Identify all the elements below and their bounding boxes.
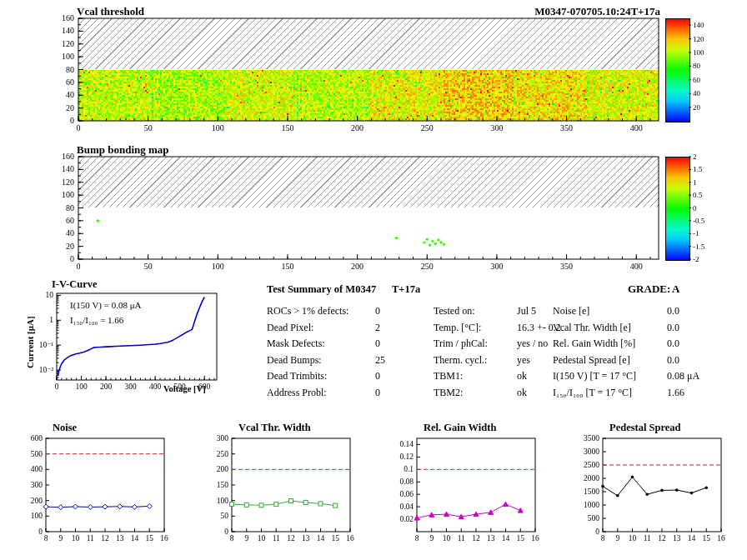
summary-row: TBM2:ok: [434, 387, 554, 403]
vcal-colorbar-labels: 20406080100120140: [689, 21, 704, 111]
svg-text:140: 140: [693, 21, 704, 29]
svg-text:16: 16: [346, 534, 354, 542]
summary-label: Mask Defects:: [267, 338, 325, 349]
iv-y-axis-title: Current [μA]: [25, 316, 35, 368]
svg-text:1500: 1500: [584, 488, 599, 496]
vcal-width-plot-title: Vcal Thr. Width: [238, 422, 311, 434]
svg-text:14: 14: [131, 534, 139, 542]
svg-text:1: 1: [693, 178, 697, 187]
svg-text:50: 50: [144, 123, 153, 132]
svg-text:20: 20: [693, 103, 701, 112]
bump-map-axes: 0501001502002503003504000204060801001201…: [62, 152, 659, 271]
summary-row: ROCs > 1% defects:0: [267, 305, 429, 322]
summary-value: ok: [517, 370, 527, 382]
bump-map-title: Bump bonding map: [77, 143, 169, 157]
svg-text:9: 9: [615, 534, 619, 542]
svg-text:120: 120: [62, 178, 74, 187]
svg-text:8: 8: [601, 534, 605, 542]
summary-row: Noise [e]0.0: [553, 305, 744, 322]
svg-text:-2: -2: [693, 255, 699, 263]
svg-text:150: 150: [281, 262, 293, 271]
iv-curve-title: I-V-Curve: [52, 278, 98, 291]
svg-text:600: 600: [31, 434, 43, 442]
summary-value: 0: [375, 370, 380, 382]
svg-text:40: 40: [693, 89, 701, 98]
noise-plot: 89101112131415160100200300400500600: [31, 434, 168, 542]
svg-text:250: 250: [421, 123, 434, 132]
summary-column-conditions: Tested on:Jul 5Temp. [°C]:16.3 +- 0.2Tri…: [434, 305, 554, 403]
svg-text:0.5: 0.5: [693, 191, 703, 199]
svg-text:13: 13: [116, 534, 124, 542]
summary-row: Dead Trimbits:0: [267, 370, 429, 387]
svg-text:200: 200: [351, 123, 363, 132]
svg-text:100: 100: [217, 497, 229, 505]
svg-text:200: 200: [217, 465, 229, 473]
svg-text:0: 0: [70, 254, 74, 263]
summary-label: Dead Bumps:: [267, 354, 322, 366]
svg-text:11: 11: [644, 534, 651, 542]
svg-text:100: 100: [62, 190, 74, 199]
summary-value: 0.0: [667, 338, 679, 350]
summary-row: I(150 V) [T = 17 °C]0.08 μA: [553, 370, 744, 387]
svg-text:50: 50: [221, 512, 229, 520]
svg-text:-0.5: -0.5: [693, 217, 705, 225]
summary-label: Vcal Thr. Width [e]: [553, 322, 631, 333]
svg-text:2000: 2000: [584, 474, 599, 482]
summary-column-results: Noise [e]0.0Vcal Thr. Width [e]0.0Rel. G…: [553, 305, 744, 403]
summary-row: Dead Pixel:2: [267, 322, 429, 338]
svg-text:150: 150: [217, 481, 229, 489]
svg-text:0.02: 0.02: [399, 515, 414, 523]
vcal-thr-width-plot: 8910111213141516050100150200250300: [217, 434, 354, 542]
svg-text:10: 10: [258, 534, 266, 542]
svg-text:12: 12: [658, 534, 666, 542]
summary-value: 0.08 μA: [667, 370, 699, 382]
svg-text:0: 0: [70, 116, 74, 125]
summary-subtitle: T+17a: [392, 283, 420, 296]
summary-row: Tested on:Jul 5: [434, 305, 554, 322]
svg-text:1000: 1000: [584, 501, 599, 509]
svg-text:2500: 2500: [584, 461, 599, 469]
svg-text:60: 60: [66, 216, 74, 225]
grade-value: A: [672, 282, 679, 296]
svg-text:350: 350: [560, 123, 573, 132]
svg-text:16: 16: [717, 534, 725, 542]
svg-text:50: 50: [144, 262, 153, 271]
svg-text:14: 14: [317, 534, 325, 542]
summary-row: Vcal Thr. Width [e]0.0: [553, 322, 744, 338]
svg-text:300: 300: [490, 123, 503, 132]
summary-label: Noise [e]: [553, 305, 589, 317]
svg-text:-1: -1: [693, 229, 699, 238]
summary-value: 0.0: [667, 354, 679, 367]
summary-label: I₁₅₀/I₁₀₀ [T = 17 °C]: [553, 387, 632, 398]
svg-text:14: 14: [688, 534, 696, 542]
svg-text:0: 0: [77, 123, 81, 132]
summary-value: 0: [375, 387, 380, 399]
svg-text:200: 200: [351, 262, 363, 271]
svg-text:300: 300: [217, 434, 229, 442]
svg-text:0: 0: [38, 528, 43, 536]
summary-row: Pedestal Spread [e]0.0: [553, 354, 744, 371]
svg-text:12: 12: [287, 534, 295, 542]
svg-text:12: 12: [472, 534, 480, 542]
svg-text:0: 0: [55, 382, 59, 391]
svg-text:13: 13: [673, 534, 681, 542]
svg-text:12: 12: [101, 534, 109, 542]
svg-text:500: 500: [31, 450, 43, 458]
svg-text:8: 8: [230, 534, 234, 542]
summary-value: 0: [375, 338, 380, 350]
svg-text:400: 400: [630, 262, 643, 271]
svg-text:0.14: 0.14: [399, 440, 414, 448]
svg-text:10⁻²: 10⁻²: [39, 366, 54, 374]
svg-text:0: 0: [224, 528, 228, 536]
summary-row: TBM1:ok: [434, 370, 554, 387]
svg-text:10: 10: [72, 534, 80, 542]
svg-text:140: 140: [62, 26, 74, 35]
svg-text:0.04: 0.04: [399, 502, 414, 511]
svg-text:250: 250: [421, 262, 434, 271]
svg-text:10: 10: [46, 291, 54, 299]
grade-label: GRADE:: [628, 282, 670, 296]
summary-column-defects: ROCs > 1% defects:0Dead Pixel:2Mask Defe…: [267, 305, 429, 403]
svg-text:150: 150: [281, 123, 293, 132]
gain-width-plot-title: Rel. Gain Width: [424, 422, 496, 434]
svg-text:200: 200: [31, 497, 43, 505]
